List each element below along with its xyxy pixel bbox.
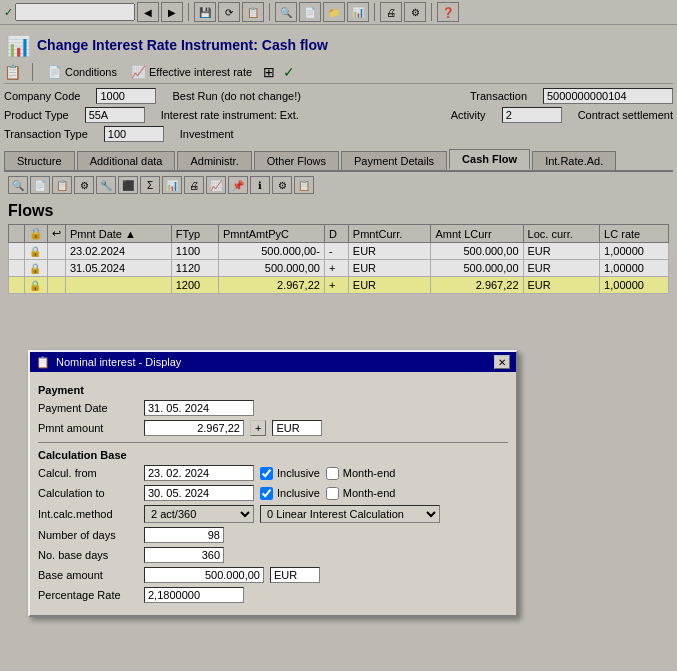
- modal-overlay: 📋 Nominal interest - Display ✕ Payment P…: [0, 0, 677, 302]
